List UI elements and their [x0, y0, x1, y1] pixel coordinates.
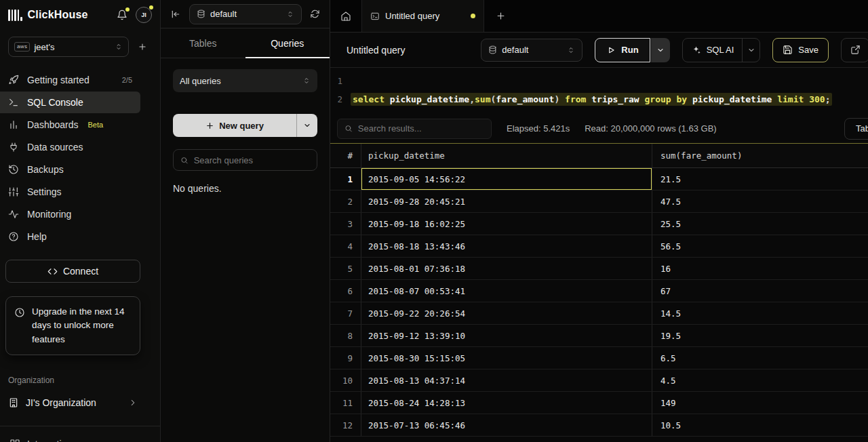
- queries-search[interactable]: [173, 149, 317, 171]
- panel-database-selector[interactable]: default: [189, 4, 302, 24]
- cell-sum-fare-amount[interactable]: 47.5: [652, 190, 868, 212]
- run-options-button[interactable]: [651, 38, 670, 62]
- table-row[interactable]: 72015-09-22 20:26:5414.5: [330, 302, 868, 325]
- upgrade-banner[interactable]: Upgrade in the next 14 days to unlock mo…: [5, 296, 140, 355]
- table-row[interactable]: 32015-09-18 16:02:2525.5: [330, 213, 868, 235]
- cell-sum-fare-amount[interactable]: 6.5: [652, 347, 868, 369]
- row-number: 6: [330, 280, 361, 302]
- sidebar-item-help[interactable]: Help: [0, 226, 140, 247]
- tab-tables-label: Tables: [189, 38, 216, 49]
- new-query-button[interactable]: New query: [173, 114, 296, 137]
- row-number: 10: [330, 369, 361, 391]
- workspace-selector[interactable]: aws jeet's: [8, 37, 129, 57]
- tab-queries[interactable]: Queries: [245, 28, 330, 58]
- notifications-button[interactable]: [117, 9, 127, 20]
- results-search-input[interactable]: [358, 123, 484, 134]
- view-mode-button[interactable]: Table: [844, 118, 868, 140]
- add-workspace-button[interactable]: [133, 37, 152, 56]
- table-row[interactable]: 62015-08-07 00:53:4167: [330, 280, 868, 302]
- sidebar-item-getting-started[interactable]: Getting started2/5: [0, 69, 140, 91]
- cell-sum-fare-amount[interactable]: 14.5: [652, 302, 868, 324]
- sidebar-item-data-sources[interactable]: Data sources: [0, 136, 140, 158]
- cell-sum-fare-amount[interactable]: 4.5: [652, 369, 868, 391]
- tab-tables[interactable]: Tables: [161, 28, 245, 58]
- table-row[interactable]: 102015-08-13 04:37:144.5: [330, 369, 868, 392]
- connect-button[interactable]: Connect: [5, 260, 140, 283]
- cell-pickup-datetime[interactable]: 2015-08-13 04:37:14: [361, 369, 652, 391]
- code-icon: [47, 266, 58, 277]
- cell-pickup-datetime[interactable]: 2015-08-01 07:36:18: [361, 258, 652, 279]
- open-external-button[interactable]: [841, 38, 868, 62]
- cell-pickup-datetime[interactable]: 2015-09-12 13:39:10: [361, 325, 652, 346]
- table-row[interactable]: 112015-08-24 14:28:13149: [330, 392, 868, 414]
- sidebar-item-label: Getting started: [27, 75, 90, 85]
- sql-ai-label: SQL AI: [707, 45, 734, 55]
- cell-pickup-datetime[interactable]: 2015-08-30 15:15:05: [361, 347, 652, 369]
- upgrade-text: Upgrade in the next 14 days to unlock mo…: [32, 305, 132, 346]
- results-search[interactable]: [337, 119, 492, 139]
- sql-ai-options-button[interactable]: [742, 39, 760, 62]
- sql-token: ,: [469, 94, 475, 104]
- column-header-sum-fare-amount[interactable]: sum(fare_amount): [652, 144, 868, 167]
- rows-read-stats: Read: 20,000,000 rows (1.63 GB): [585, 123, 716, 134]
- cell-pickup-datetime[interactable]: 2015-08-24 14:28:13: [361, 392, 652, 414]
- cell-pickup-datetime[interactable]: 2015-09-22 20:26:54: [361, 302, 652, 324]
- query-filter-select[interactable]: All queries: [173, 69, 317, 92]
- table-row[interactable]: 42015-08-18 13:43:4656.5: [330, 235, 868, 258]
- sidebar-item-sql-console[interactable]: SQL Console: [0, 92, 140, 113]
- cell-sum-fare-amount[interactable]: 67: [652, 280, 868, 302]
- save-icon: [783, 45, 793, 55]
- cell-pickup-datetime[interactable]: 2015-09-05 14:56:22: [361, 168, 652, 190]
- collapse-panel-button[interactable]: [170, 9, 181, 20]
- row-number: 1: [330, 168, 361, 190]
- cell-sum-fare-amount[interactable]: 19.5: [652, 325, 868, 346]
- new-tab-button[interactable]: [484, 0, 517, 32]
- cell-sum-fare-amount[interactable]: 149: [652, 392, 868, 414]
- cell-pickup-datetime[interactable]: 2015-09-18 16:02:25: [361, 213, 652, 235]
- cell-pickup-datetime[interactable]: 2015-09-28 20:45:21: [361, 190, 652, 212]
- table-row[interactable]: 122015-07-13 06:45:4610.5: [330, 414, 868, 437]
- sidebar-header: ClickHouse JI: [0, 0, 160, 30]
- column-header-pickup-datetime[interactable]: pickup_datetime: [361, 144, 652, 167]
- cell-sum-fare-amount[interactable]: 10.5: [652, 414, 868, 436]
- queries-search-input[interactable]: [194, 155, 310, 165]
- table-row[interactable]: 92015-08-30 15:15:056.5: [330, 347, 868, 369]
- cell-sum-fare-amount[interactable]: 56.5: [652, 235, 868, 257]
- table-row[interactable]: 52015-08-01 07:36:1816: [330, 258, 868, 280]
- new-query-menu-button[interactable]: [297, 114, 317, 137]
- new-query-split-button: New query: [173, 114, 317, 137]
- panel-database-value: default: [210, 9, 237, 19]
- table-row[interactable]: 22015-09-28 20:45:2147.5: [330, 190, 868, 213]
- sql-ai-button[interactable]: SQL AI: [683, 39, 743, 62]
- organization-selector[interactable]: JI's Organization: [5, 390, 140, 415]
- sql-editor[interactable]: 1 2 select pickup_datetime,sum(fare_amou…: [330, 68, 868, 114]
- sidebar-item-monitoring[interactable]: Monitoring: [0, 203, 140, 225]
- query-tab-untitled[interactable]: Untitled query: [362, 0, 484, 32]
- table-row[interactable]: 82015-09-12 13:39:1019.5: [330, 325, 868, 347]
- save-button[interactable]: Save: [772, 38, 829, 62]
- avatar-status-dot: [149, 5, 153, 9]
- home-button[interactable]: [330, 0, 362, 32]
- cell-sum-fare-amount[interactable]: 25.5: [652, 213, 868, 235]
- cell-pickup-datetime[interactable]: 2015-08-07 00:53:41: [361, 280, 652, 302]
- cell-pickup-datetime[interactable]: 2015-07-13 06:45:46: [361, 414, 652, 436]
- terminal-icon: [8, 97, 19, 108]
- chevrons-updown-icon: [115, 43, 123, 51]
- sidebar-item-backups[interactable]: Backups: [0, 159, 140, 180]
- column-header-index[interactable]: #: [330, 144, 361, 167]
- chevrons-updown-icon: [567, 46, 575, 54]
- sidebar-item-integrations[interactable]: Integrations: [9, 439, 160, 442]
- sidebar-item-label: Data sources: [27, 142, 83, 153]
- query-tab-label: Untitled query: [385, 11, 439, 21]
- table-row[interactable]: 12015-09-05 14:56:2221.5: [330, 168, 868, 190]
- avatar[interactable]: JI: [136, 7, 152, 23]
- cell-sum-fare-amount[interactable]: 16: [652, 258, 868, 279]
- editor-database-selector[interactable]: default: [481, 39, 583, 62]
- run-button[interactable]: Run: [595, 38, 650, 62]
- rocket-icon: [8, 75, 19, 85]
- cell-sum-fare-amount[interactable]: 21.5: [652, 168, 868, 190]
- cell-pickup-datetime[interactable]: 2015-08-18 13:43:46: [361, 235, 652, 257]
- sidebar-item-settings[interactable]: Settings: [0, 181, 140, 203]
- refresh-button[interactable]: [310, 9, 320, 19]
- sidebar-item-dashboards[interactable]: DashboardsBeta: [0, 114, 140, 136]
